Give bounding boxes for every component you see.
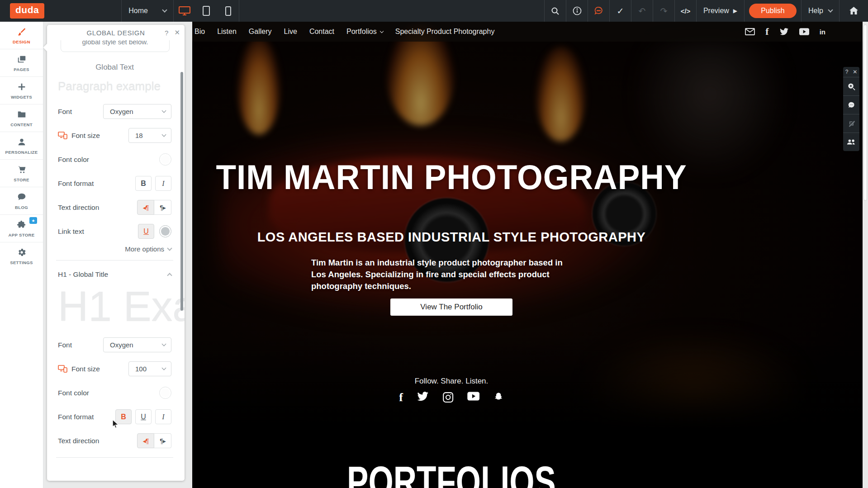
play-icon: ▶ — [733, 8, 737, 14]
direction-ltr-button[interactable]: ◂¶ — [137, 200, 154, 215]
info-icon — [573, 6, 582, 15]
global-design-panel: GLOBAL DESIGN ? ✕ global style set below… — [47, 25, 185, 481]
nav-item-live[interactable]: Live — [284, 28, 297, 36]
site-preview-canvas[interactable]: Bio Listen Gallery Live Contact Portfoli… — [192, 22, 863, 488]
sidebar-item-pages[interactable]: PAGES — [0, 49, 43, 77]
tools-help-button[interactable]: ? — [845, 69, 849, 75]
sidebar-item-blog[interactable]: BLOG — [0, 187, 43, 215]
italic-icon: I — [162, 413, 164, 421]
sidebar-item-settings[interactable]: SETTINGS — [0, 242, 43, 270]
h1-font-row: Font Oxygen — [58, 337, 171, 352]
page-scrollbar[interactable] — [863, 22, 868, 488]
nav-item-contact[interactable]: Contact — [309, 28, 334, 36]
sidebar-item-widgets[interactable]: WIDGETS — [0, 77, 43, 104]
feedback-button[interactable] — [588, 0, 609, 22]
hidden-elements-tool-button[interactable] — [843, 114, 859, 133]
tools-close-button[interactable]: ✕ — [853, 69, 857, 75]
font-color-swatch[interactable] — [159, 153, 171, 166]
nav-item-gallery[interactable]: Gallery — [249, 28, 272, 36]
font-size-select[interactable]: 18 — [128, 128, 171, 143]
link-underline-button[interactable]: U — [138, 224, 154, 239]
search-icon — [551, 7, 560, 15]
site-hero-subtitle[interactable]: LOS ANGELES BASED INDUSTRIAL STYLE PHOTO… — [257, 230, 646, 245]
dev-mode-button[interactable]: </> — [674, 0, 696, 22]
link-text-label: Link text — [58, 227, 84, 236]
facebook-link[interactable]: f — [765, 27, 768, 37]
preview-button[interactable]: Preview ▶ — [696, 0, 744, 22]
publish-button[interactable]: Publish — [749, 4, 796, 18]
h1-direction-ltr-button[interactable]: ◂¶ — [137, 433, 154, 448]
nav-item-specialty[interactable]: Specialty Product Photography — [395, 28, 495, 36]
font-select[interactable]: Oxygen — [103, 104, 171, 119]
h1-bold-button[interactable]: B — [115, 409, 132, 424]
h1-underline-button[interactable]: U — [135, 409, 152, 424]
desktop-view-button[interactable] — [174, 0, 195, 22]
linkedin-link[interactable]: in — [820, 28, 825, 35]
search-button[interactable] — [544, 0, 566, 22]
youtube-link[interactable] — [799, 28, 809, 35]
page-selector[interactable]: Home — [121, 0, 174, 22]
facebook-link[interactable]: f — [399, 392, 403, 403]
view-portfolio-button[interactable]: View The Portfolio — [390, 298, 512, 316]
device-switcher — [174, 0, 239, 22]
panel-scrollbar-thumb[interactable] — [180, 72, 183, 311]
sidebar-item-personalize[interactable]: PERSONALIZE — [0, 132, 43, 160]
site-hero-title[interactable]: TIM MARTIN PHOTOGRAPHY — [216, 157, 687, 197]
nav-item-bio[interactable]: Bio — [194, 28, 205, 36]
panel-help-button[interactable]: ? — [165, 29, 168, 37]
page-scrollbar-thumb[interactable] — [863, 24, 867, 201]
nav-item-listen[interactable]: Listen — [217, 28, 237, 36]
paragraph-style-preview: Paragraph example — [58, 79, 171, 93]
twitter-link[interactable] — [417, 392, 429, 403]
site-hero-paragraph[interactable]: Tim Martin is an industrial style produc… — [311, 257, 579, 292]
chevron-up-icon — [167, 273, 172, 278]
tablet-view-button[interactable] — [195, 0, 217, 22]
save-check-button[interactable]: ✓ — [609, 0, 631, 22]
dashboard-home-button[interactable] — [839, 0, 868, 22]
h1-font-size-select[interactable]: 100 — [128, 361, 171, 376]
h1-font-select[interactable]: Oxygen — [103, 337, 171, 352]
font-color-label: Font color — [58, 156, 89, 164]
youtube-link[interactable] — [467, 392, 479, 403]
sidebar-item-store[interactable]: STORE — [0, 160, 43, 187]
hero-social-links: f — [399, 392, 504, 403]
more-options-link[interactable]: More options — [58, 245, 171, 253]
direction-rtl-button[interactable]: ¶▸ — [154, 200, 171, 215]
zoom-out-tool-button[interactable] — [843, 77, 859, 95]
h1-font-color-swatch[interactable] — [159, 387, 171, 399]
undo-button[interactable]: ↶ — [631, 0, 653, 22]
sidebar-label: PERSONALIZE — [5, 150, 38, 155]
h1-section-header[interactable]: H1 - Global Title — [58, 270, 171, 279]
portfolios-section-title[interactable]: PORTFOLIOS — [347, 457, 556, 488]
email-link[interactable] — [745, 28, 755, 35]
sidebar-item-app-store[interactable]: ★ APP STORE — [0, 215, 43, 242]
sidebar-label: STORE — [14, 177, 29, 182]
info-note-text: global style set below. — [82, 40, 148, 46]
youtube-icon — [467, 392, 479, 401]
info-note-card: global style set below. — [61, 40, 170, 52]
help-menu[interactable]: Help — [801, 0, 839, 22]
h1-direction-rtl-button[interactable]: ¶▸ — [154, 433, 171, 448]
link-color-swatch[interactable] — [159, 225, 171, 237]
bold-button[interactable]: B — [135, 176, 152, 191]
italic-button[interactable]: I — [155, 176, 171, 191]
sidebar-item-content[interactable]: CONTENT — [0, 104, 43, 132]
snapchat-link[interactable] — [493, 392, 504, 403]
info-button[interactable] — [566, 0, 588, 22]
sidebar-item-design[interactable]: DESIGN — [0, 22, 43, 49]
comments-tool-button[interactable] — [843, 95, 859, 114]
redo-button[interactable]: ↷ — [653, 0, 674, 22]
nav-item-portfolios[interactable]: Portfolios — [346, 28, 383, 36]
instagram-link[interactable] — [442, 392, 454, 403]
text-direction-label: Text direction — [58, 204, 99, 212]
sidebar-label: BLOG — [15, 205, 28, 210]
team-tool-button[interactable] — [843, 133, 859, 151]
font-format-label: Font format — [58, 180, 94, 188]
panel-close-button[interactable]: ✕ — [174, 28, 180, 37]
h1-font-select-value: Oxygen — [110, 341, 133, 349]
star-icon: ★ — [31, 218, 35, 223]
gear-icon — [17, 247, 27, 257]
h1-italic-button[interactable]: I — [155, 409, 171, 424]
twitter-link[interactable] — [779, 28, 789, 36]
mobile-view-button[interactable] — [217, 0, 239, 22]
